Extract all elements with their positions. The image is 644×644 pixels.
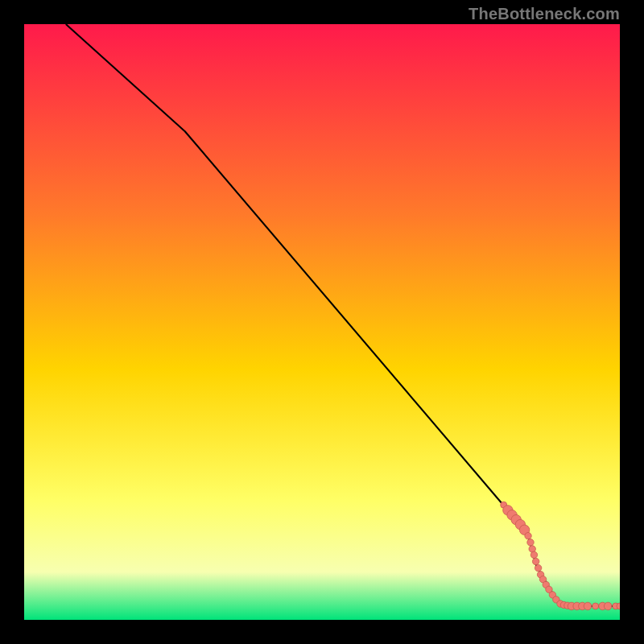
data-marker	[527, 539, 534, 546]
data-marker	[525, 532, 531, 539]
data-marker	[535, 564, 541, 571]
chart-plot	[24, 24, 620, 620]
chart-stage: TheBottleneck.com	[0, 0, 644, 644]
attribution-label: TheBottleneck.com	[469, 5, 620, 23]
data-marker	[592, 603, 599, 609]
data-marker	[584, 602, 592, 610]
gradient-background	[24, 24, 620, 620]
data-marker	[604, 602, 612, 610]
data-marker	[530, 551, 537, 558]
data-marker	[532, 558, 539, 564]
